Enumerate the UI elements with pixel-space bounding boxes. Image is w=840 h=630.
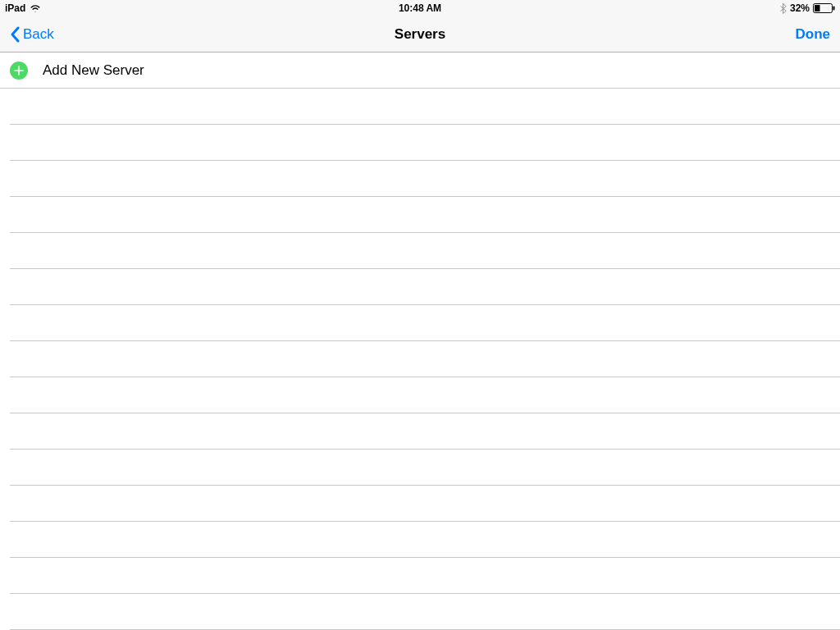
status-bar: iPad 10:48 AM 32% [0, 0, 840, 16]
list-item[interactable] [10, 197, 840, 233]
list-item[interactable] [10, 450, 840, 486]
back-button[interactable]: Back [10, 26, 54, 43]
navigation-bar: Back Servers Done [0, 16, 840, 52]
svg-rect-1 [815, 5, 820, 11]
add-new-server-label: Add New Server [43, 62, 144, 79]
bluetooth-icon [780, 3, 787, 14]
status-left: iPad [5, 2, 41, 14]
list-item[interactable] [10, 522, 840, 558]
chevron-left-icon [10, 26, 20, 43]
battery-percent: 32% [790, 2, 810, 14]
add-new-server-row[interactable]: Add New Server [0, 52, 840, 89]
svg-rect-2 [833, 7, 835, 11]
wifi-icon [30, 4, 41, 12]
back-label: Back [23, 26, 54, 43]
list-item[interactable] [10, 413, 840, 450]
list-item[interactable] [10, 377, 840, 413]
status-right: 32% [780, 2, 835, 14]
page-title: Servers [395, 26, 445, 43]
done-button[interactable]: Done [796, 26, 831, 43]
list-item[interactable] [10, 486, 840, 522]
plus-circle-icon [10, 62, 28, 80]
battery-icon [813, 3, 835, 13]
device-label: iPad [5, 2, 25, 14]
list-item[interactable] [10, 89, 840, 125]
list-item[interactable] [10, 341, 840, 377]
list-item[interactable] [10, 269, 840, 305]
list-item[interactable] [10, 594, 840, 630]
list-item[interactable] [10, 161, 840, 197]
list-item[interactable] [10, 125, 840, 161]
content-list: Add New Server [0, 52, 840, 630]
list-item[interactable] [10, 233, 840, 269]
list-item[interactable] [10, 305, 840, 341]
list-item[interactable] [10, 558, 840, 594]
status-time: 10:48 AM [399, 2, 441, 14]
